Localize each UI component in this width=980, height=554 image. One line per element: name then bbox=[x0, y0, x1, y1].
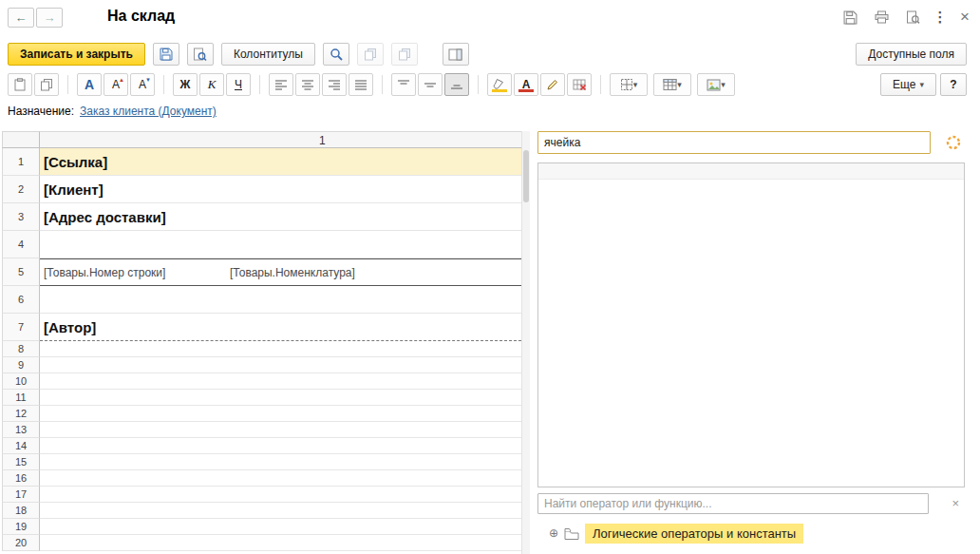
column-header[interactable]: 1 bbox=[40, 131, 521, 148]
pencil-button[interactable] bbox=[540, 73, 565, 96]
paste-icon bbox=[13, 78, 27, 91]
fill-color-button[interactable] bbox=[487, 73, 512, 96]
row-header-8[interactable]: 8 bbox=[2, 341, 40, 357]
row-header-16[interactable]: 16 bbox=[2, 470, 40, 487]
row-header-2[interactable]: 2 bbox=[2, 176, 40, 203]
italic-button[interactable]: К bbox=[199, 73, 224, 96]
repeat-columns-button[interactable] bbox=[391, 43, 418, 66]
underline-button[interactable]: Ч bbox=[226, 73, 251, 96]
sheet-cell-20[interactable] bbox=[40, 535, 521, 551]
operator-search-input[interactable] bbox=[537, 493, 929, 514]
fill-color-bar bbox=[492, 89, 507, 92]
row-header-15[interactable]: 15 bbox=[2, 454, 40, 470]
font-decrease-button[interactable]: А bbox=[130, 73, 155, 96]
select-all-corner[interactable] bbox=[2, 131, 40, 148]
valign-bottom-button[interactable] bbox=[444, 73, 469, 96]
row-header-1[interactable]: 1 bbox=[2, 148, 40, 176]
row-header-4[interactable]: 4 bbox=[2, 231, 40, 258]
repeat-rows-button[interactable] bbox=[357, 43, 384, 66]
cells-dropdown[interactable]: ▾ bbox=[653, 73, 691, 96]
align-right-button[interactable] bbox=[322, 73, 347, 96]
sheet-cell-1[interactable]: [Ссылка] bbox=[40, 148, 521, 176]
sheet-row-12: 12 bbox=[2, 406, 521, 422]
forward-button[interactable]: → bbox=[36, 8, 63, 28]
assignment-link[interactable]: Заказ клиента (Документ) bbox=[80, 105, 217, 118]
sheet-cell-8[interactable] bbox=[40, 341, 521, 357]
sheet-cell-3[interactable]: [Адрес доставки] bbox=[40, 203, 521, 231]
sheet-cell-9[interactable] bbox=[40, 357, 521, 373]
refresh-icon[interactable] bbox=[946, 135, 961, 150]
row-header-12[interactable]: 12 bbox=[2, 406, 40, 422]
sheet-cell-15[interactable] bbox=[40, 454, 521, 470]
sheet-cell-2[interactable]: [Клиент] bbox=[40, 176, 521, 203]
sheet-cell-13[interactable] bbox=[40, 422, 521, 438]
fields-list[interactable] bbox=[537, 162, 965, 487]
font-increase-icon: А bbox=[112, 78, 120, 91]
row-header-7[interactable]: 7 bbox=[2, 314, 40, 341]
align-left-button[interactable] bbox=[269, 73, 293, 96]
row-header-6[interactable]: 6 bbox=[2, 286, 40, 314]
sheet-cell-11[interactable] bbox=[40, 390, 521, 406]
print-preview-button[interactable] bbox=[187, 43, 214, 66]
row-header-18[interactable]: 18 bbox=[2, 503, 40, 519]
row-header-19[interactable]: 19 bbox=[2, 519, 40, 535]
show-panel-button[interactable] bbox=[443, 43, 469, 66]
separator bbox=[163, 75, 164, 94]
valign-center-button[interactable] bbox=[418, 73, 443, 96]
font-color-button[interactable]: А bbox=[514, 73, 538, 96]
save-and-close-button[interactable]: Записать и закрыть bbox=[8, 43, 145, 66]
tree-item-logical-operators[interactable]: ⊕ Логические операторы и константы bbox=[537, 521, 965, 545]
paste-button[interactable] bbox=[8, 73, 32, 96]
row-header-14[interactable]: 14 bbox=[2, 438, 40, 454]
row-header-17[interactable]: 17 bbox=[2, 487, 40, 503]
clear-icon[interactable]: × bbox=[952, 496, 959, 510]
sheet-cell-12[interactable] bbox=[40, 406, 521, 422]
row-header-10[interactable]: 10 bbox=[2, 373, 40, 390]
sheet-cell-6[interactable] bbox=[40, 286, 521, 314]
row-header-11[interactable]: 11 bbox=[2, 390, 40, 406]
sheet-cell-5[interactable]: [Товары.Номер строки][Товары.Номенклатур… bbox=[40, 258, 521, 286]
sheet-cell-10[interactable] bbox=[40, 373, 521, 390]
bold-button[interactable]: Ж bbox=[173, 73, 198, 96]
sheet-cell-16[interactable] bbox=[40, 470, 521, 487]
sheet-row-8: 8 bbox=[2, 341, 521, 357]
kebab-menu-icon[interactable]: ⋮ bbox=[935, 9, 945, 26]
expand-icon[interactable]: ⊕ bbox=[549, 526, 558, 540]
print-icon[interactable] bbox=[873, 9, 890, 26]
font-increase-button[interactable]: А bbox=[104, 73, 128, 96]
scrollbar-thumb[interactable] bbox=[523, 150, 529, 202]
align-center-button[interactable] bbox=[295, 73, 320, 96]
clear-borders-button[interactable] bbox=[567, 73, 592, 96]
fields-search-input[interactable] bbox=[537, 131, 931, 154]
preview-icon[interactable] bbox=[904, 9, 921, 26]
row-header-13[interactable]: 13 bbox=[2, 422, 40, 438]
headers-footers-button[interactable]: Колонтитулы bbox=[221, 43, 315, 66]
font-button[interactable]: А bbox=[77, 73, 102, 96]
available-fields-button[interactable]: Доступные поля bbox=[856, 43, 967, 66]
more-button[interactable]: Еще ▾ bbox=[880, 73, 936, 96]
back-button[interactable]: ← bbox=[8, 8, 34, 28]
find-button[interactable] bbox=[323, 43, 349, 66]
sheet-cell-7[interactable]: [Автор] bbox=[40, 314, 521, 341]
format-toolbar: А А А Ж К Ч bbox=[0, 70, 980, 99]
sheet-cell-14[interactable] bbox=[40, 438, 521, 454]
copy-button[interactable] bbox=[34, 73, 59, 96]
borders-dropdown[interactable]: ▾ bbox=[610, 73, 648, 96]
row-header-3[interactable]: 3 bbox=[2, 203, 40, 231]
assignment-label: Назначение: bbox=[8, 105, 74, 118]
row-header-5[interactable]: 5 bbox=[2, 258, 40, 286]
sheet-cell-17[interactable] bbox=[40, 487, 521, 503]
align-justify-button[interactable] bbox=[349, 73, 373, 96]
valign-top-button[interactable] bbox=[391, 73, 416, 96]
save-button[interactable] bbox=[153, 43, 179, 66]
row-header-9[interactable]: 9 bbox=[2, 357, 40, 373]
close-icon[interactable]: × bbox=[959, 9, 971, 26]
sheet-cell-19[interactable] bbox=[40, 519, 521, 535]
sheet-cell-4[interactable] bbox=[40, 231, 521, 258]
row-header-20[interactable]: 20 bbox=[2, 535, 40, 551]
sheet-vertical-scrollbar[interactable] bbox=[521, 131, 530, 554]
help-button[interactable]: ? bbox=[940, 73, 967, 96]
sheet-cell-18[interactable] bbox=[40, 503, 521, 519]
save-icon[interactable] bbox=[841, 9, 858, 26]
picture-dropdown[interactable]: ▾ bbox=[697, 73, 735, 96]
